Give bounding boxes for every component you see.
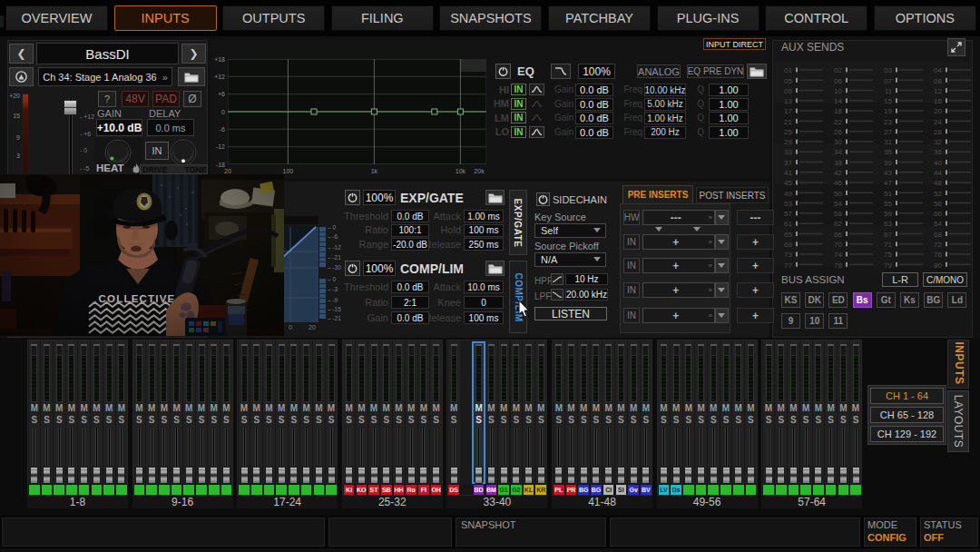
svg-text:45: 45	[784, 179, 792, 187]
svg-text:50: 50	[834, 190, 842, 198]
svg-text:24: 24	[934, 118, 942, 126]
svg-text:10: 10	[834, 87, 842, 95]
svg-text:52: 52	[934, 190, 942, 198]
svg-text:16: 16	[934, 97, 942, 105]
svg-text:05: 05	[784, 77, 792, 85]
svg-text:67: 67	[884, 231, 892, 239]
svg-text:79: 79	[884, 261, 892, 270]
svg-text:11: 11	[885, 87, 893, 95]
svg-text:72: 72	[934, 241, 942, 249]
svg-text:15: 15	[884, 97, 892, 105]
svg-text:07: 07	[884, 77, 892, 85]
svg-text:62: 62	[834, 220, 842, 228]
svg-text:68: 68	[934, 231, 942, 239]
svg-text:44: 44	[934, 169, 942, 177]
svg-text:70: 70	[834, 241, 842, 249]
svg-text:38: 38	[834, 159, 842, 167]
svg-text:71: 71	[884, 241, 892, 249]
svg-text:27: 27	[884, 128, 892, 136]
svg-text:39: 39	[884, 159, 892, 167]
svg-text:14: 14	[834, 97, 842, 105]
svg-text:13: 13	[784, 97, 792, 105]
svg-text:46: 46	[834, 179, 842, 187]
svg-text:01: 01	[784, 66, 792, 74]
svg-text:47: 47	[884, 179, 892, 187]
svg-text:08: 08	[934, 77, 942, 85]
svg-text:57: 57	[784, 210, 792, 218]
svg-text:66: 66	[834, 231, 842, 239]
svg-text:36: 36	[934, 148, 942, 156]
svg-text:56: 56	[934, 200, 942, 208]
svg-text:61: 61	[784, 220, 792, 228]
svg-text:17: 17	[784, 107, 792, 115]
svg-text:58: 58	[834, 210, 842, 218]
svg-text:37: 37	[784, 159, 792, 167]
svg-text:04: 04	[934, 66, 942, 74]
svg-text:35: 35	[884, 148, 892, 156]
svg-text:33: 33	[784, 148, 792, 156]
svg-text:77: 77	[784, 261, 792, 270]
svg-text:78: 78	[834, 261, 842, 270]
svg-text:09: 09	[784, 87, 792, 95]
svg-text:30: 30	[834, 138, 842, 146]
svg-text:21: 21	[784, 118, 792, 126]
svg-text:51: 51	[884, 190, 892, 198]
svg-text:60: 60	[934, 210, 942, 218]
svg-text:80: 80	[934, 261, 942, 270]
svg-text:26: 26	[834, 128, 842, 136]
svg-text:73: 73	[784, 251, 792, 259]
svg-text:64: 64	[934, 220, 942, 228]
svg-text:48: 48	[934, 179, 942, 187]
svg-text:34: 34	[834, 148, 842, 156]
svg-text:28: 28	[934, 128, 942, 136]
svg-text:69: 69	[784, 241, 792, 249]
svg-text:40: 40	[934, 159, 942, 167]
svg-text:42: 42	[834, 169, 842, 177]
svg-text:06: 06	[834, 77, 842, 85]
svg-text:31: 31	[884, 138, 892, 146]
svg-text:41: 41	[784, 169, 792, 177]
svg-text:54: 54	[834, 200, 842, 208]
svg-text:75: 75	[884, 251, 892, 259]
svg-text:63: 63	[884, 220, 892, 228]
svg-text:65: 65	[784, 231, 792, 239]
svg-text:23: 23	[884, 118, 892, 126]
svg-text:22: 22	[834, 118, 842, 126]
svg-text:49: 49	[784, 190, 792, 198]
svg-text:03: 03	[884, 66, 892, 74]
svg-text:74: 74	[834, 251, 842, 259]
svg-text:53: 53	[784, 200, 792, 208]
svg-text:25: 25	[784, 128, 792, 136]
svg-text:29: 29	[784, 138, 792, 146]
svg-text:43: 43	[884, 169, 892, 177]
svg-text:02: 02	[834, 66, 842, 74]
svg-text:20: 20	[934, 107, 942, 115]
svg-text:32: 32	[934, 138, 942, 146]
svg-text:12: 12	[934, 87, 942, 95]
svg-text:59: 59	[884, 210, 892, 218]
svg-text:76: 76	[934, 251, 942, 259]
svg-text:55: 55	[884, 200, 892, 208]
svg-text:19: 19	[884, 107, 892, 115]
svg-text:18: 18	[834, 107, 842, 115]
